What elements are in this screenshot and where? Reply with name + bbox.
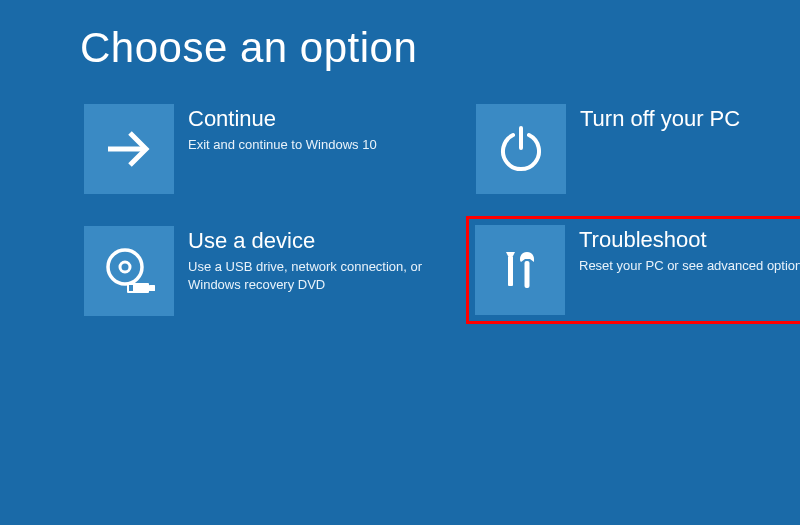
option-device-title: Use a device xyxy=(188,228,434,254)
svg-rect-7 xyxy=(508,256,513,286)
option-device-text: Use a device Use a USB drive, network co… xyxy=(174,226,434,293)
disc-usb-icon xyxy=(84,226,174,316)
option-continue-text: Continue Exit and continue to Windows 10 xyxy=(174,104,377,154)
options-grid: Continue Exit and continue to Windows 10… xyxy=(0,100,800,324)
svg-point-2 xyxy=(108,250,142,284)
option-turnoff-text: Turn off your PC xyxy=(566,104,740,136)
svg-marker-8 xyxy=(506,252,515,256)
power-icon xyxy=(476,104,566,194)
tools-icon xyxy=(475,225,565,315)
option-troubleshoot[interactable]: Troubleshoot Reset your PC or see advanc… xyxy=(466,216,800,324)
option-turnoff[interactable]: Turn off your PC xyxy=(472,100,800,198)
option-troubleshoot-desc: Reset your PC or see advanced options xyxy=(579,257,800,275)
option-continue[interactable]: Continue Exit and continue to Windows 10 xyxy=(80,100,460,198)
option-continue-desc: Exit and continue to Windows 10 xyxy=(188,136,377,154)
svg-rect-5 xyxy=(149,285,155,291)
option-device[interactable]: Use a device Use a USB drive, network co… xyxy=(80,222,460,324)
page-title: Choose an option xyxy=(0,0,800,100)
svg-point-3 xyxy=(120,262,130,272)
svg-rect-6 xyxy=(129,285,133,291)
option-continue-title: Continue xyxy=(188,106,377,132)
option-troubleshoot-text: Troubleshoot Reset your PC or see advanc… xyxy=(565,225,800,275)
option-turnoff-title: Turn off your PC xyxy=(580,106,740,132)
option-device-desc: Use a USB drive, network connection, or … xyxy=(188,258,434,293)
continue-arrow-icon xyxy=(84,104,174,194)
option-troubleshoot-title: Troubleshoot xyxy=(579,227,800,253)
svg-rect-9 xyxy=(525,261,530,288)
